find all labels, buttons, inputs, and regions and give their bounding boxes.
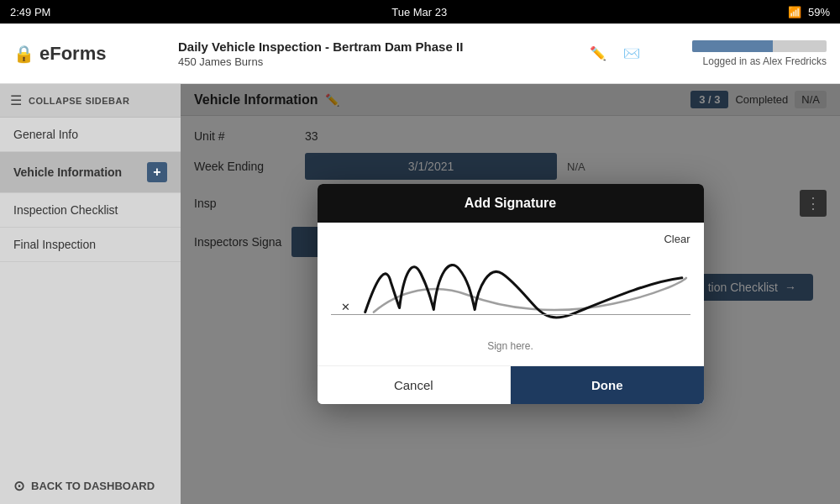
logo-text: eForms [39,43,106,65]
header-subtitle: 450 James Burns [178,55,571,68]
wifi-icon: 📶 [788,6,801,18]
edit-header-button[interactable]: ✏️ [585,40,612,67]
header-info: Daily Vehicle Inspection - Bertram Dam P… [161,39,571,68]
cancel-button[interactable]: Cancel [318,366,512,404]
lock-icon: 🔒 [13,44,34,64]
logo-area: 🔒 eForms [13,43,148,65]
battery-text: 59% [808,6,830,18]
modal-header: Add Signature [318,184,704,223]
header-right: Logged in as Alex Fredricks [659,40,827,67]
sidebar-item-vehicle-information[interactable]: Vehicle Information + [0,152,181,193]
dashboard-icon: ⊙ [13,478,24,494]
modal-overlay: Add Signature Clear ✕ [181,84,840,504]
sidebar-item-general-info[interactable]: General Info [0,118,181,152]
sign-here-label: Sign here. [331,340,690,352]
app-container: 🔒 eForms Daily Vehicle Inspection - Bert… [0,24,840,504]
signature-line [331,314,690,315]
mail-button[interactable]: ✉️ [618,40,645,67]
done-button[interactable]: Done [511,366,704,404]
hamburger-icon[interactable]: ☰ [10,92,22,108]
modal-body: Clear ✕ Sign here. [318,223,704,365]
signature-svg [331,236,690,337]
sidebar: ☰ COLLAPSE SIDEBAR General Info Vehicle … [0,84,181,504]
modal-footer: Cancel Done [318,365,704,404]
main-content: Vehicle Information ✏️ 3 / 3 Completed N… [181,84,840,504]
status-right: 📶 59% [788,6,830,18]
body-area: ☰ COLLAPSE SIDEBAR General Info Vehicle … [0,84,840,504]
back-to-dashboard-button[interactable]: ⊙ BACK TO DASHBOARD [0,468,181,504]
logged-in-text: Logged in as Alex Fredricks [703,55,827,67]
header-title: Daily Vehicle Inspection - Bertram Dam P… [178,39,571,54]
modal-title: Add Signature [465,196,556,210]
status-bar: 2:49 PM Tue Mar 23 📶 59% [0,0,840,24]
status-time: 2:49 PM [10,6,50,18]
sidebar-item-inspection-checklist[interactable]: Inspection Checklist [0,193,181,228]
add-signature-modal: Add Signature Clear ✕ [318,184,704,404]
status-day: Tue Mar 23 [391,6,447,18]
collapse-label: COLLAPSE SIDEBAR [29,96,129,106]
add-vehicle-button[interactable]: + [147,162,167,182]
header-actions: ✏️ ✉️ [585,40,645,67]
signature-canvas[interactable]: ✕ [331,236,690,337]
progress-bar-fill [692,40,773,52]
sidebar-nav: General Info Vehicle Information + Inspe… [0,118,181,468]
sidebar-item-final-inspection[interactable]: Final Inspection [0,228,181,262]
sidebar-header[interactable]: ☰ COLLAPSE SIDEBAR [0,84,181,118]
progress-bar [692,40,827,52]
signature-x-mark: ✕ [341,301,350,313]
header: 🔒 eForms Daily Vehicle Inspection - Bert… [0,24,840,84]
